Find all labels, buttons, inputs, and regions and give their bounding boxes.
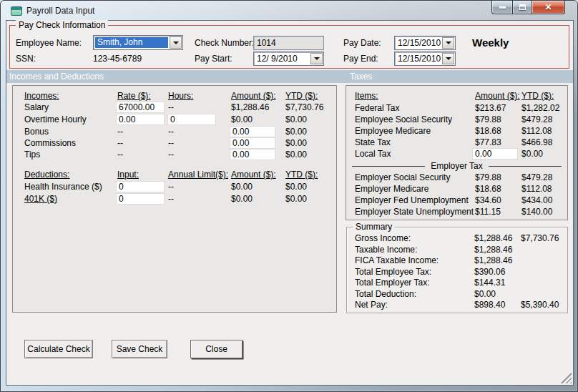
- income-ytd: $7,730.76: [285, 102, 323, 112]
- tax-ytd: $112.08: [521, 126, 552, 136]
- pay-start-label: Pay Start:: [195, 54, 232, 64]
- client-area: Pay Check Information Employee Name: Smi…: [6, 21, 573, 385]
- save-check-button[interactable]: Save Check: [112, 340, 167, 358]
- summary-row-deduction: Total Deduction: $0.00: [347, 289, 567, 300]
- tax-label: Employer State Unemployment: [355, 207, 474, 217]
- deduction-amount: $0.00: [231, 194, 253, 204]
- incomes-header-row: Incomes: Rate ($): Hours: Amount ($): YT…: [13, 91, 336, 102]
- maximize-button[interactable]: [512, 1, 532, 14]
- summary-amount: $1,288.46: [474, 233, 512, 243]
- employee-name-label: Employee Name:: [16, 38, 82, 48]
- summary-group: Summary Gross Income: $1,288.46 $7,730.7…: [346, 227, 568, 313]
- hours-col-header: Hours:: [168, 91, 193, 101]
- income-row-tips: Tips -- -- $0.00: [13, 150, 336, 161]
- pay-start-datepicker[interactable]: 12/ 9/2010: [253, 52, 324, 66]
- incomes-deductions-panel: Incomes: Rate ($): Hours: Amount ($): YT…: [12, 85, 337, 313]
- deduction-row-health: Health Insurance ($) -- $0.00 $0.00: [13, 182, 336, 193]
- maximize-icon: [519, 4, 526, 10]
- tax-amount: $213.67: [475, 103, 506, 113]
- pay-end-dropdown-button[interactable]: [442, 53, 454, 64]
- summary-label: Net Pay:: [355, 300, 388, 310]
- check-number-field[interactable]: 1014: [253, 36, 324, 50]
- deduction-label: 401K ($): [24, 194, 57, 204]
- caption-buttons: ✕: [491, 1, 565, 14]
- tax-row-local: Local Tax $0.00: [346, 149, 567, 160]
- pay-date-value: 12/15/2010: [398, 36, 441, 49]
- summary-row-taxable: Taxable Income: $1,288.46: [347, 245, 567, 256]
- pay-frequency-label: Weekly: [472, 36, 509, 49]
- check-number-label: Check Number:: [195, 38, 254, 48]
- tax-ytd: $1,282.02: [521, 103, 559, 113]
- local-tax-input[interactable]: [472, 148, 518, 160]
- overtime-rate-input[interactable]: [116, 114, 165, 125]
- bonus-amount-input[interactable]: [230, 126, 275, 137]
- income-hours: --: [168, 150, 174, 160]
- summary-amount: $390.06: [474, 267, 505, 277]
- income-amount: $1,288.46: [231, 102, 269, 112]
- window-title: Payroll Data Input: [26, 6, 94, 16]
- income-rate: --: [117, 127, 123, 137]
- pay-end-datepicker[interactable]: 12/15/2010: [394, 52, 456, 66]
- pay-start-dropdown-button[interactable]: [310, 53, 323, 64]
- tax-label: Employer Medicare: [355, 184, 428, 194]
- calculate-check-button[interactable]: Calculate Check: [24, 340, 93, 358]
- tax-row-employer-fed-unemp: Employer Fed Unemployment $34.60 $434.00: [346, 195, 567, 207]
- resize-grip[interactable]: [560, 372, 572, 383]
- employee-name-dropdown-button[interactable]: [170, 36, 182, 49]
- summary-row-gross: Gross Income: $1,288.46 $7,730.76: [347, 233, 567, 245]
- employer-tax-header: Employer Tax: [425, 161, 488, 171]
- income-ytd: $0.00: [285, 114, 307, 124]
- pay-end-label: Pay End:: [343, 54, 378, 64]
- deduction-limit: --: [168, 194, 174, 204]
- pay-date-datepicker[interactable]: 12/15/2010: [394, 36, 456, 50]
- income-label: Commissions: [24, 138, 76, 148]
- deduction-ytd: $0.00: [285, 194, 307, 204]
- summary-amount: $0.00: [474, 289, 496, 299]
- tax-ytd: $0.00: [521, 149, 543, 159]
- rate-col-header: Rate ($):: [117, 91, 151, 101]
- health-insurance-input[interactable]: [116, 181, 165, 192]
- minimize-button[interactable]: [491, 1, 512, 14]
- income-hours: --: [168, 102, 174, 112]
- deductions-header-row: Deductions: Input: Annual Limit($): Amou…: [13, 170, 336, 181]
- incomes-col-header: Incomes:: [24, 91, 59, 101]
- tax-amount: $77.83: [475, 137, 501, 147]
- tax-row-emp-medicare: Employee Medicare $18.68 $112.08: [346, 126, 567, 137]
- tax-label: Federal Tax: [355, 103, 399, 113]
- tax-label: Employee Social Security: [355, 114, 452, 124]
- summary-amount: $1,288.46: [474, 245, 512, 255]
- tax-row-employer-ss: Employer Social Security $79.88 $479.28: [346, 172, 567, 184]
- pay-date-dropdown-button[interactable]: [442, 37, 454, 49]
- overtime-hours-input[interactable]: [167, 114, 216, 125]
- tax-label: State Tax: [355, 137, 391, 147]
- tax-amount: $79.88: [475, 172, 501, 182]
- payroll-window: Payroll Data Input ✕ Pay Check Informati…: [0, 0, 578, 392]
- title-bar[interactable]: Payroll Data Input ✕: [1, 1, 577, 21]
- pay-start-value: 12/ 9/2010: [257, 52, 309, 65]
- close-window-button[interactable]: ✕: [532, 1, 565, 14]
- income-rate: --: [117, 138, 123, 148]
- close-button[interactable]: Close: [190, 340, 243, 358]
- ssn-label: SSN:: [16, 54, 36, 64]
- paycheck-info-legend: Pay Check Information: [16, 20, 108, 30]
- summary-label: Gross Income:: [355, 233, 411, 243]
- 401k-input[interactable]: [116, 193, 165, 205]
- commissions-amount-input[interactable]: [230, 137, 275, 149]
- taxes-panel: Items: Amount ($): YTD ($): Federal Tax …: [346, 85, 568, 220]
- income-label: Tips: [24, 150, 40, 160]
- tax-label: Local Tax: [355, 149, 391, 159]
- employee-name-combobox[interactable]: Smith, John: [93, 35, 183, 50]
- salary-rate-input[interactable]: [116, 102, 165, 113]
- summary-label: Total Deduction:: [355, 289, 416, 299]
- tax-amount: $11.15: [475, 207, 501, 217]
- ytd-col-header: YTD ($):: [521, 91, 554, 101]
- tips-amount-input[interactable]: [230, 149, 275, 160]
- tax-label: Employee Medicare: [355, 126, 431, 136]
- app-icon: [11, 6, 22, 16]
- pay-date-label: Pay Date:: [343, 38, 381, 48]
- summary-row-employer-tax: Total Employer Tax: $144.31: [347, 278, 567, 289]
- tax-ytd: $479.28: [521, 114, 552, 124]
- summary-amount: $898.40: [474, 300, 505, 310]
- section-header-bar: Incomes and Deductions Taxes: [6, 70, 573, 83]
- taxes-header-row: Items: Amount ($): YTD ($):: [346, 91, 567, 102]
